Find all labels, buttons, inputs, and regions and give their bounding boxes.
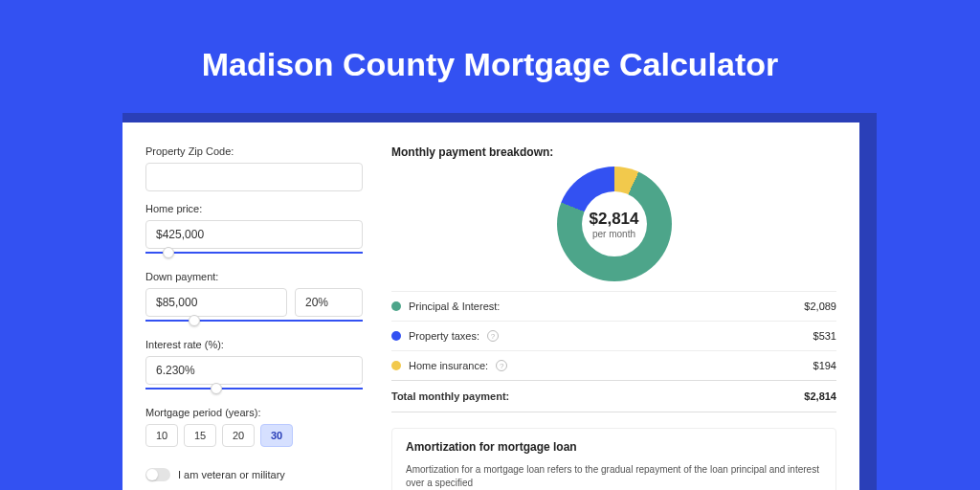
breakdown-column: Monthly payment breakdown: $2,814 per mo… (376, 122, 859, 490)
page-title: Madison County Mortgage Calculator (0, 0, 980, 106)
period-option-30[interactable]: 30 (260, 424, 293, 447)
home-price-input[interactable] (145, 220, 363, 249)
slider-thumb[interactable] (211, 383, 222, 394)
line-label: Principal & Interest: (409, 301, 500, 312)
line-value: $531 (813, 330, 836, 342)
period-option-15[interactable]: 15 (184, 424, 216, 447)
line-home-insurance: Home insurance: ? $194 (391, 350, 836, 380)
slider-thumb[interactable] (189, 315, 200, 326)
period-label: Mortgage period (years): (145, 407, 363, 418)
swatch-blue-icon (391, 331, 401, 341)
period-option-10[interactable]: 10 (145, 424, 178, 447)
amortization-text: Amortization for a mortgage loan refers … (406, 463, 822, 490)
home-price-slider[interactable] (145, 248, 363, 259)
swatch-yellow-icon (391, 361, 401, 370)
down-payment-label: Down payment: (145, 271, 363, 282)
line-value: $2,089 (804, 301, 836, 312)
breakdown-title: Monthly payment breakdown: (391, 145, 836, 159)
zip-label: Property Zip Code: (145, 145, 363, 157)
line-total: Total monthly payment: $2,814 (391, 380, 836, 412)
slider-track (145, 252, 363, 254)
slider-thumb[interactable] (163, 247, 174, 258)
down-payment-slider[interactable] (145, 316, 363, 327)
veteran-label: I am veteran or military (178, 469, 285, 480)
line-principal-interest: Principal & Interest: $2,089 (391, 291, 836, 321)
slider-track (145, 320, 363, 322)
line-label: Home insurance: (409, 360, 488, 371)
interest-rate-input[interactable] (145, 356, 363, 385)
veteran-toggle[interactable] (145, 468, 170, 481)
help-icon[interactable]: ? (487, 330, 499, 342)
interest-rate-slider[interactable] (145, 384, 363, 395)
amortization-box: Amortization for mortgage loan Amortizat… (391, 428, 836, 490)
swatch-green-icon (391, 301, 401, 311)
down-payment-amount-input[interactable] (145, 288, 287, 317)
help-icon[interactable]: ? (496, 360, 507, 371)
donut-subtext: per month (592, 229, 635, 239)
line-property-taxes: Property taxes: ? $531 (391, 321, 836, 350)
line-value: $194 (813, 360, 836, 371)
total-label: Total monthly payment: (391, 390, 509, 402)
payment-donut-chart: $2,814 per month (557, 167, 672, 281)
calculator-card: Property Zip Code: Home price: Down paym… (122, 122, 859, 490)
down-payment-percent-input[interactable] (295, 288, 363, 317)
line-label: Property taxes: (409, 330, 479, 342)
donut-amount: $2,814 (590, 210, 639, 229)
zip-input[interactable] (145, 163, 363, 191)
home-price-label: Home price: (145, 203, 363, 214)
slider-track (145, 388, 363, 390)
interest-rate-label: Interest rate (%): (145, 339, 363, 350)
period-options: 10 15 20 30 (145, 424, 363, 447)
amortization-title: Amortization for mortgage loan (406, 440, 822, 454)
form-column: Property Zip Code: Home price: Down paym… (122, 122, 376, 490)
total-value: $2,814 (804, 390, 836, 402)
period-option-20[interactable]: 20 (222, 424, 255, 447)
